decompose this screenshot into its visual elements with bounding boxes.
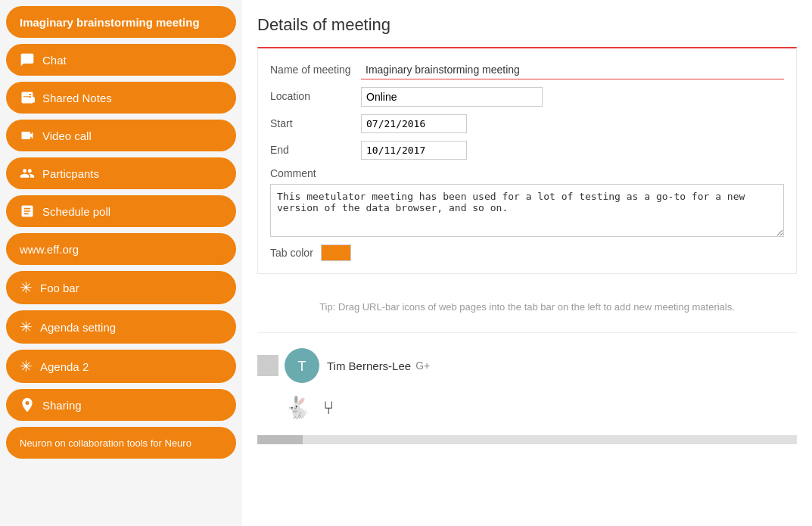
sidebar-header[interactable]: Imaginary brainstorming meeting — [6, 6, 236, 38]
sidebar-item-foo-bar-label: Foo bar — [40, 282, 79, 294]
horizontal-scrollbar[interactable] — [257, 435, 797, 444]
google-plus-icon[interactable]: G+ — [415, 359, 430, 372]
rabbit-icon: 🐇 — [285, 395, 311, 420]
sidebar-item-shared-notes[interactable]: Shared Notes — [6, 82, 236, 114]
fork-icon: ⑂ — [323, 397, 334, 419]
start-input[interactable] — [361, 114, 467, 133]
name-field — [361, 61, 784, 79]
name-label: Name of meeting — [270, 61, 361, 76]
location-input[interactable] — [361, 87, 543, 107]
divider — [257, 332, 797, 333]
video-icon — [20, 128, 35, 143]
asterisk-icon-3: ✳ — [20, 357, 33, 375]
start-field — [361, 114, 784, 133]
scrollbar-thumb[interactable] — [257, 435, 303, 444]
avatar-svg: T — [285, 348, 319, 383]
asterisk-icon-2: ✳ — [20, 318, 33, 336]
poll-icon — [20, 204, 35, 219]
sidebar-item-agenda-setting-label: Agenda setting — [40, 321, 116, 334]
sidebar-item-chat[interactable]: Chat — [6, 44, 236, 76]
location-field — [361, 87, 784, 107]
location-row: Location — [270, 87, 784, 107]
sidebar-item-sharing[interactable]: Sharing — [6, 389, 236, 421]
sidebar-header-label: Imaginary brainstorming meeting — [20, 16, 200, 29]
tab-color-label: Tab color — [270, 247, 313, 259]
sidebar-item-agenda-2-label: Agenda 2 — [40, 360, 89, 373]
location-label: Location — [270, 87, 361, 102]
user-section: T Tim Berners-Lee G+ — [257, 341, 797, 391]
tab-color-row: Tab color — [270, 244, 784, 261]
avatar: T — [285, 348, 319, 383]
sidebar-item-agenda-2[interactable]: ✳ Agenda 2 — [6, 350, 236, 383]
comment-row: Comment — [270, 167, 784, 237]
sidebar-item-schedule-poll[interactable]: Schedule poll — [6, 195, 236, 227]
end-field — [361, 141, 784, 160]
sidebar-item-foo-bar[interactable]: ✳ Foo bar — [6, 271, 236, 304]
sidebar-item-sharing-label: Sharing — [42, 399, 82, 412]
sidebar-item-www-eff-org-label: www.eff.org — [20, 243, 79, 256]
end-row: End — [270, 141, 784, 160]
asterisk-icon-1: ✳ — [20, 279, 33, 297]
page-title: Details of meeting — [257, 15, 797, 35]
comment-label: Comment — [270, 167, 316, 179]
notes-icon — [20, 90, 35, 105]
end-label: End — [270, 141, 361, 156]
details-form: Name of meeting Location Start End — [257, 47, 797, 274]
sidebar-item-www-eff-org[interactable]: www.eff.org — [6, 233, 236, 265]
sidebar-item-video-call-label: Video call — [42, 129, 92, 142]
icon-row: 🐇 ⑂ — [257, 391, 797, 428]
comment-textarea[interactable] — [270, 184, 784, 237]
name-row: Name of meeting — [270, 61, 784, 79]
tip-text: Tip: Drag URL-bar icons of web pages int… — [257, 286, 797, 325]
sidebar-item-participants-label: Particpants — [42, 167, 99, 180]
sidebar-item-chat-label: Chat — [42, 54, 67, 67]
main-content: Details of meeting Name of meeting Locat… — [242, 0, 812, 526]
sidebar-item-participants[interactable]: Particpants — [6, 157, 236, 189]
chat-icon — [20, 52, 35, 67]
user-name: Tim Berners-Lee — [327, 359, 411, 372]
sidebar-item-neuron[interactable]: Neuron on collaboration tools for Neuro — [6, 427, 236, 459]
name-input[interactable] — [361, 61, 784, 79]
start-label: Start — [270, 114, 361, 129]
sidebar-item-agenda-setting[interactable]: ✳ Agenda setting — [6, 310, 236, 344]
sidebar: Imaginary brainstorming meeting Chat Sha… — [0, 0, 242, 526]
sidebar-item-video-call[interactable]: Video call — [6, 120, 236, 151]
end-input[interactable] — [361, 141, 467, 160]
sidebar-item-shared-notes-label: Shared Notes — [42, 92, 112, 104]
participants-icon — [20, 166, 35, 181]
sharing-icon — [20, 397, 35, 412]
svg-text:T: T — [298, 359, 306, 374]
sidebar-item-schedule-poll-label: Schedule poll — [42, 205, 110, 218]
tab-color-swatch[interactable] — [321, 244, 351, 261]
user-color-indicator — [257, 355, 278, 376]
start-row: Start — [270, 114, 784, 133]
sidebar-item-neuron-label: Neuron on collaboration tools for Neuro — [20, 437, 191, 449]
